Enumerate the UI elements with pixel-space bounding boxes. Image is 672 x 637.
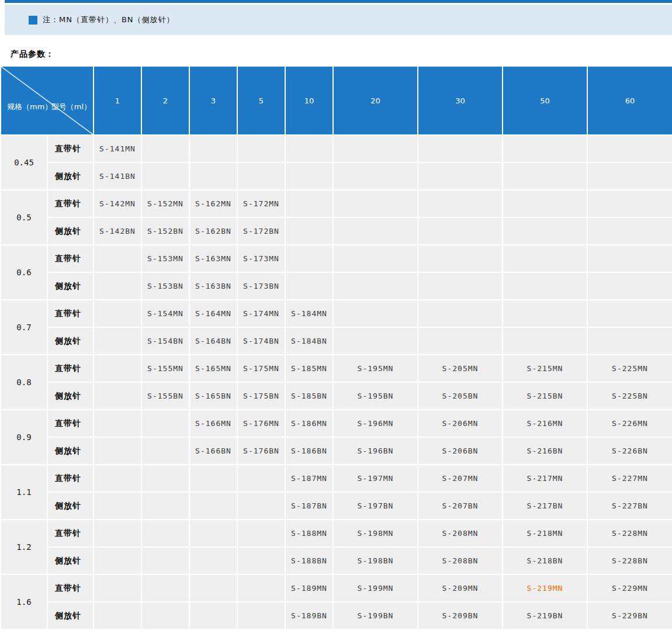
corner-col-label: 型号（ml）: [51, 102, 91, 112]
empty-cell: [94, 548, 141, 574]
empty-cell: [503, 191, 587, 217]
model-cell: S-207BN: [418, 493, 502, 519]
empty-cell: [418, 136, 502, 162]
model-cell: S-154MN: [142, 300, 189, 327]
empty-cell: [238, 575, 285, 601]
model-cell: S-216MN: [503, 410, 587, 437]
model-cell: S-187MN: [286, 465, 332, 491]
empty-cell: [503, 300, 587, 327]
model-cell: S-206MN: [418, 410, 502, 437]
spec-cell: 0.9: [1, 410, 47, 464]
model-cell: S-152BN: [142, 218, 189, 244]
empty-cell: [418, 245, 502, 272]
empty-cell: [588, 136, 672, 162]
empty-cell: [94, 603, 141, 629]
table-row: 0.8直带针S-155MNS-165MNS-175MNS-185MNS-195M…: [1, 355, 672, 382]
model-cell: S-175MN: [238, 355, 285, 382]
needle-type-cell: 直带针: [48, 136, 93, 162]
section-title: 产品参数：: [11, 49, 672, 60]
model-cell: S-225MN: [588, 355, 672, 382]
empty-cell: [418, 191, 502, 217]
model-cell: S-164MN: [190, 300, 237, 327]
empty-cell: [94, 410, 141, 437]
table-header-row: 规格（mm） 型号（ml） 12351020305060: [1, 67, 672, 134]
model-cell: S-186BN: [286, 438, 332, 464]
empty-cell: [94, 355, 141, 382]
needle-type-cell: 直带针: [48, 575, 93, 601]
empty-cell: [94, 245, 141, 272]
empty-cell: [286, 163, 332, 189]
empty-cell: [190, 548, 237, 574]
empty-cell: [142, 136, 189, 162]
table-row: 0.6直带针S-153MNS-163MNS-173MN: [1, 245, 672, 272]
model-cell: S-155BN: [142, 383, 189, 409]
model-cell: S-206BN: [418, 438, 502, 464]
model-cell: S-152MN: [142, 191, 189, 217]
empty-cell: [94, 300, 141, 327]
empty-cell: [334, 245, 417, 272]
empty-cell: [142, 493, 189, 519]
empty-cell: [238, 493, 285, 519]
model-cell: S-188MN: [286, 520, 332, 546]
empty-cell: [142, 603, 189, 629]
corner-row-label: 规格（mm）: [7, 102, 52, 112]
model-cell: S-176BN: [238, 438, 285, 464]
empty-cell: [334, 328, 417, 354]
table-row: 侧放针S-142BNS-152BNS-162BNS-172BN: [1, 218, 672, 244]
model-cell: S-187BN: [286, 493, 332, 519]
model-cell: S-164BN: [190, 328, 237, 354]
model-cell: S-198BN: [334, 548, 417, 574]
empty-cell: [94, 465, 141, 491]
volume-header-60: 60: [588, 67, 672, 134]
volume-header-2: 2: [142, 67, 189, 134]
volume-header-50: 50: [503, 67, 587, 134]
needle-type-cell: 侧放针: [48, 383, 93, 409]
model-cell: S-218MN: [503, 520, 587, 546]
needle-type-cell: 侧放针: [48, 548, 93, 574]
empty-cell: [94, 438, 141, 464]
volume-header-20: 20: [334, 67, 417, 134]
empty-cell: [503, 273, 587, 299]
model-cell: S-165BN: [190, 383, 237, 409]
empty-cell: [503, 163, 587, 189]
model-cell: S-228MN: [588, 520, 672, 546]
empty-cell: [94, 575, 141, 601]
spec-cell: 1.6: [1, 575, 47, 629]
model-cell: S-176MN: [238, 410, 285, 437]
spec-cell: 0.8: [1, 355, 47, 409]
empty-cell: [588, 273, 672, 299]
model-cell: S-205MN: [418, 355, 502, 382]
model-cell: S-215MN: [503, 355, 587, 382]
needle-type-cell: 直带针: [48, 245, 93, 272]
empty-cell: [94, 383, 141, 409]
table-row: 侧放针S-154BNS-164BNS-174BNS-184BN: [1, 328, 672, 354]
model-cell: S-174MN: [238, 300, 285, 327]
table-row: 0.5直带针S-142MNS-152MNS-162MNS-172MN: [1, 191, 672, 217]
empty-cell: [588, 163, 672, 189]
empty-cell: [588, 328, 672, 354]
model-cell: S-225BN: [588, 383, 672, 409]
needle-type-cell: 直带针: [48, 191, 93, 217]
empty-cell: [418, 163, 502, 189]
model-cell: S-173MN: [238, 245, 285, 272]
table-row: 侧放针S-155BNS-165BNS-175BNS-185BNS-195BNS-…: [1, 383, 672, 409]
model-cell: S-153MN: [142, 245, 189, 272]
model-cell: S-184MN: [286, 300, 332, 327]
empty-cell: [238, 163, 285, 189]
model-cell: S-142BN: [94, 218, 141, 244]
model-cell: S-174BN: [238, 328, 285, 354]
spec-cell: 0.7: [1, 300, 47, 354]
model-cell: S-189BN: [286, 603, 332, 629]
table-row: 侧放针S-187BNS-197BNS-207BNS-217BNS-227BN: [1, 493, 672, 519]
model-cell: S-229MN: [588, 575, 672, 601]
empty-cell: [503, 218, 587, 244]
model-cell: S-142MN: [94, 191, 141, 217]
model-cell: S-199MN: [334, 575, 417, 601]
model-cell-highlighted[interactable]: S-219MN: [503, 575, 587, 601]
note-bar: 注：MN（直带针）、BN（侧放针）: [5, 5, 672, 35]
empty-cell: [190, 136, 237, 162]
empty-cell: [503, 136, 587, 162]
model-cell: S-227BN: [588, 493, 672, 519]
empty-cell: [142, 438, 189, 464]
model-cell: S-163MN: [190, 245, 237, 272]
